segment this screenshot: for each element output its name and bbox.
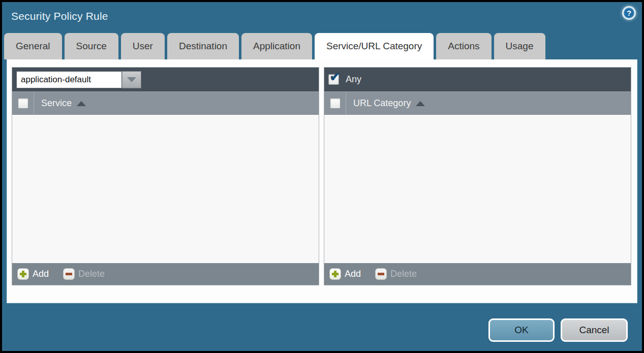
tab-application[interactable]: Application xyxy=(241,33,312,59)
any-checkbox-row[interactable]: ✔ Any xyxy=(328,74,361,85)
service-header-checkbox-cell xyxy=(12,92,34,114)
url-category-delete-label: Delete xyxy=(390,269,417,279)
tab-general[interactable]: General xyxy=(4,33,62,59)
sort-ascending-icon xyxy=(77,101,86,106)
url-category-column-sort[interactable]: URL Category xyxy=(346,98,425,109)
service-column-label: Service xyxy=(41,98,72,109)
tab-usage[interactable]: Usage xyxy=(494,33,545,59)
help-icon-glyph: ? xyxy=(627,9,631,17)
tab-service-url-category[interactable]: Service/URL Category xyxy=(315,33,434,59)
service-delete-button[interactable]: Delete xyxy=(63,268,105,280)
plus-icon xyxy=(17,268,29,280)
tab-source[interactable]: Source xyxy=(65,33,118,59)
url-category-footer: Add Delete xyxy=(324,263,631,285)
dialog-actions: OK Cancel xyxy=(488,318,628,342)
tab-destination[interactable]: Destination xyxy=(167,33,239,59)
checkmark-icon: ✔ xyxy=(329,70,341,83)
service-type-dropdown-button[interactable] xyxy=(122,71,141,88)
help-icon[interactable]: ? xyxy=(622,6,636,20)
service-panel: application-default Service xyxy=(12,67,319,285)
dialog-title: Security Policy Rule xyxy=(11,10,108,22)
minus-icon xyxy=(63,268,75,280)
url-category-header-checkbox-cell xyxy=(324,92,346,114)
cancel-button[interactable]: Cancel xyxy=(561,318,628,342)
tab-bar: General Source User Destination Applicat… xyxy=(2,33,642,59)
plus-icon xyxy=(329,268,341,280)
tab-actions[interactable]: Actions xyxy=(436,33,491,59)
security-policy-rule-dialog: Security Policy Rule ? General Source Us… xyxy=(2,2,642,351)
url-category-panel: ✔ Any URL Category xyxy=(324,67,631,285)
service-toolbar: application-default xyxy=(12,68,319,91)
url-category-column-label: URL Category xyxy=(353,98,411,109)
service-type-value[interactable]: application-default xyxy=(16,71,122,88)
service-type-dropdown[interactable]: application-default xyxy=(16,71,141,88)
titlebar: Security Policy Rule ? xyxy=(2,2,642,33)
tab-user[interactable]: User xyxy=(121,33,165,59)
service-list-body xyxy=(12,115,319,263)
service-add-label: Add xyxy=(33,269,49,279)
service-footer: Add Delete xyxy=(12,263,319,285)
sort-ascending-icon xyxy=(416,101,425,106)
url-category-add-label: Add xyxy=(345,269,361,279)
any-checkbox-label: Any xyxy=(346,74,361,85)
service-delete-label: Delete xyxy=(78,269,105,279)
url-category-add-button[interactable]: Add xyxy=(329,268,361,280)
tab-content: application-default Service xyxy=(7,59,637,303)
url-category-select-all-checkbox[interactable] xyxy=(330,98,341,109)
url-category-toolbar: ✔ Any xyxy=(324,68,631,91)
service-column-header: Service xyxy=(12,91,319,115)
url-category-list-body xyxy=(324,115,631,263)
service-select-all-checkbox[interactable] xyxy=(18,98,28,109)
service-add-button[interactable]: Add xyxy=(17,268,49,280)
url-category-column-header: URL Category xyxy=(324,91,631,115)
chevron-down-icon xyxy=(127,77,136,82)
service-column-sort[interactable]: Service xyxy=(34,98,86,109)
ok-button[interactable]: OK xyxy=(488,318,555,342)
url-category-delete-button[interactable]: Delete xyxy=(375,268,417,280)
any-checkbox[interactable]: ✔ xyxy=(328,74,339,85)
minus-icon xyxy=(375,268,387,280)
